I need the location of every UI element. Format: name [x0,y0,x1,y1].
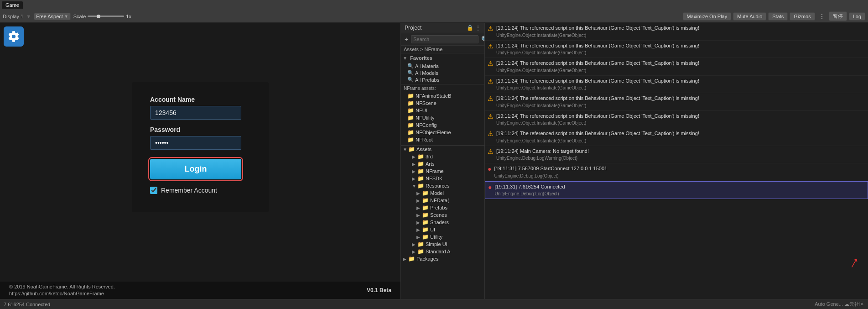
status-bar: 7.616254 Connected Auto Gene... ☁云社区 [0,299,868,309]
remember-row: Remember Account [150,187,217,194]
console-entry-3[interactable]: ⚠ [19:11:24] The referenced script on th… [485,76,868,94]
favorites-section[interactable]: ▼ Favorites [401,53,484,63]
assets-ui-label: UI [430,227,435,232]
top-toolbar: Game [0,0,868,10]
status-left: 7.616254 Connected [4,302,50,307]
assets-prefabs-item[interactable]: ▶ 📁 Prefabs [401,204,484,211]
gizmos-button[interactable]: Gizmos [790,12,815,21]
all-materials-item[interactable]: 🔍 All Materia [401,63,484,69]
assets-scenes-item[interactable]: ▶ 📁 Scenes [401,211,484,219]
assets-nframe-item[interactable]: ▶ 📁 NFrame [401,168,484,175]
console-entry-0-text: [19:11:24] The referenced script on this… [496,24,865,39]
assets-nfsdk-item[interactable]: ▶ 📁 NFSDK [401,175,484,182]
login-form: Account Name Password Login Remember Acc… [132,82,269,212]
nf-root-label: NFRoot [416,137,433,142]
console-entry-9[interactable]: ● [19:11:31] 7.616254 Connected UnityEng… [485,181,868,199]
assets-ui-item[interactable]: ▶ 📁 UI [401,226,484,233]
assets-3rd-item[interactable]: ▶ 📁 3rd [401,153,484,160]
status-right-text: Auto Gene... ☁云社区 [815,301,864,308]
console-entry-2-text: [19:11:24] The referenced script on this… [496,59,865,74]
nf-utility-item[interactable]: 📁 NFUtility [401,114,484,121]
assets-nfdata-item[interactable]: ▶ 📁 NFData( [401,197,484,204]
project-menu-icon[interactable]: ⋮ [475,25,481,31]
remember-label: Remember Account [161,187,217,194]
nf-object-item[interactable]: 📁 NFObjectEleme [401,129,484,136]
assets-shaders-item[interactable]: ▶ 📁 Shaders [401,219,484,226]
toolbar-more-icon[interactable]: ⋮ [817,13,827,20]
console-entry-6-text: [19:11:24] The referenced script on this… [496,130,865,144]
project-search-input[interactable] [411,35,478,43]
game-tab[interactable]: Game [2,1,23,9]
scale-value: 1x [126,14,131,19]
console-entry-4-text: [19:11:24] The referenced script on this… [496,94,865,109]
scale-slider[interactable] [88,16,124,17]
remember-checkbox[interactable] [150,187,157,194]
assets-standard-item[interactable]: ▶ 📁 Standard A [401,248,484,255]
assets-resources-item[interactable]: ▼ 📁 Resources [401,182,484,189]
copyright-text: © 2019 NoahGameFrame. All Rights Reserve… [9,283,115,298]
console-entry-8[interactable]: ● [19:11:31] 7.567009 StartConnect 127.0… [485,163,868,181]
console-entry-7[interactable]: ⚠ [19:11:24] Main Camera: No target foun… [485,146,868,164]
assets-label: Assets [416,147,431,152]
assets-utility-item[interactable]: ▶ 📁 Utility [401,233,484,241]
project-toolbar: + 🔍 ★ ⬇10 [401,33,484,46]
password-input[interactable] [150,136,241,150]
console-entry-4[interactable]: ⚠ [19:11:24] The referenced script on th… [485,93,868,111]
console-entry-6[interactable]: ⚠ [19:11:24] The referenced script on th… [485,128,868,146]
scale-label: Scale [73,14,86,19]
aspect-label: Free Aspect [36,14,63,19]
stats-button[interactable]: Stats [768,12,788,21]
console-entry-5[interactable]: ⚠ [19:11:24] The referenced script on th… [485,111,868,129]
project-panel: Project 🔒 ⋮ + 🔍 ★ ⬇10 Assets > NFrame ▼ … [400,23,485,299]
log-button[interactable]: Log [849,12,865,21]
nf-anim-label: NFAnimaStateB [416,93,451,99]
all-models-item[interactable]: 🔍 All Models [401,69,484,76]
main-content: Account Name Password Login Remember Acc… [0,23,868,299]
project-panel-title: Project [405,25,421,31]
packages-item[interactable]: ▶ 📁 Packages [401,255,484,262]
gear-button[interactable] [4,26,24,47]
console-entry-2[interactable]: ⚠ [19:11:24] The referenced script on th… [485,58,868,76]
nf-scene-label: NFScene [416,100,437,106]
assets-nframe-label: NFrame [426,168,444,174]
warning-icon-6: ⚠ [488,130,494,137]
nf-config-item[interactable]: 📁 NFConfig [401,121,484,129]
all-prefabs-item[interactable]: 🔍 All Prefabs [401,76,484,83]
console-entry-1[interactable]: ⚠ [19:11:24] The referenced script on th… [485,41,868,58]
search-icon[interactable]: 🔍 [480,35,485,43]
nf-ui-item[interactable]: 📁 NFUI [401,107,484,114]
nf-anim-item[interactable]: 📁 NFAnimaStateB [401,92,484,100]
assets-shaders-label: Shaders [430,220,449,225]
project-panel-header: Project 🔒 ⋮ [401,23,484,33]
packages-label: Packages [416,256,438,262]
maximize-on-play-button[interactable]: Maximize On Play [683,12,732,21]
assets-simpleui-item[interactable]: ▶ 📁 Simple UI [401,241,484,248]
console-entry-1-text: [19:11:24] The referenced script on this… [496,42,865,57]
warning-icon-5: ⚠ [488,113,494,120]
create-icon[interactable]: + [404,35,409,43]
status-connected-text: 7.616254 Connected [4,302,50,307]
breadcrumb: Assets > NFrame [401,46,484,53]
assets-arts-item[interactable]: ▶ 📁 Arts [401,160,484,168]
assets-arts-label: Arts [426,161,435,167]
console-entry-9-text: [19:11:31] 7.616254 Connected UnityEngin… [494,183,865,198]
nf-object-label: NFObjectEleme [416,130,451,135]
login-button[interactable]: Login [150,159,241,179]
nf-root-item[interactable]: 📁 NFRoot [401,136,484,143]
aspect-select[interactable]: Free Aspect ▼ [34,13,71,20]
all-prefabs-label: All Prefabs [415,77,439,83]
assets-section[interactable]: ▼ 📁 Assets [401,146,484,153]
console-entry-0[interactable]: ⚠ [19:11:24] The referenced script on th… [485,23,868,41]
pause-button[interactable]: 暂停 [829,11,847,21]
nf-ui-label: NFUI [416,108,427,113]
assets-model-label: Model [430,190,444,196]
right-toolbar-buttons: Maximize On Play Mute Audio Stats Gizmos… [683,11,865,21]
nf-scene-item[interactable]: 📁 NFScene [401,100,484,107]
assets-model-item[interactable]: ▶ 📁 Model [401,189,484,197]
warning-icon-1: ⚠ [488,42,494,50]
mute-audio-button[interactable]: Mute Audio [733,12,766,21]
account-name-input[interactable] [150,106,241,120]
console-entry-7-text: [19:11:24] Main Camera: No target found!… [496,147,865,162]
project-lock-icon[interactable]: 🔒 [467,25,473,31]
console-entry-8-text: [19:11:31] 7.567009 StartConnect 127.0.0… [494,165,865,179]
